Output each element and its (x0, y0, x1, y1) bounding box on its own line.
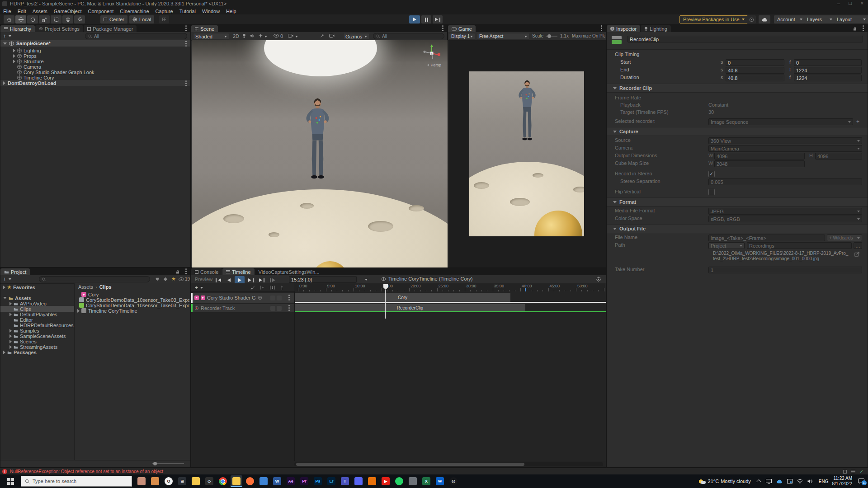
effects-dropdown-icon[interactable] (264, 36, 267, 38)
project-tree-packages[interactable]: Packages (0, 349, 74, 355)
maximize-on-play-toggle[interactable]: Maximize On Play (572, 33, 605, 38)
scene-search-input[interactable]: All (373, 33, 444, 39)
taskbar-app-unity-hub[interactable]: ◇ (203, 475, 215, 487)
capture-foldout[interactable]: Capture (607, 127, 868, 136)
tab-project[interactable]: Project (0, 268, 30, 275)
minimize-button[interactable]: – (837, 0, 840, 6)
scene-viewport[interactable]: Persp (192, 40, 448, 267)
taskbar-app-chrome[interactable] (217, 475, 229, 487)
path-field[interactable]: Recordings (747, 242, 852, 249)
expand-arrow-icon[interactable] (9, 329, 12, 333)
expand-arrow-icon[interactable] (77, 309, 80, 313)
add-recorder-button[interactable]: + (856, 118, 859, 125)
expand-arrow-icon[interactable] (13, 54, 15, 58)
orientation-gizmo[interactable] (421, 43, 442, 64)
play-button[interactable] (409, 15, 420, 23)
create-asset-button[interactable]: + (3, 276, 6, 282)
stereo-separation-field[interactable]: 0.065 (708, 178, 862, 185)
search-by-type-icon[interactable] (155, 277, 160, 282)
tools-icon[interactable] (320, 33, 325, 38)
breadcrumb-current[interactable]: Clips (99, 284, 112, 290)
lighting-toggle-icon[interactable] (242, 33, 246, 38)
move-tool-button[interactable] (15, 15, 26, 23)
layers-dropdown[interactable]: Layers (804, 15, 835, 23)
tab-lighting[interactable]: Lighting (641, 25, 671, 32)
project-tree-favorites[interactable]: ★Favorites (0, 284, 74, 290)
aspect-dropdown[interactable]: Free Aspect (477, 33, 529, 40)
taskbar-app-firefox[interactable] (244, 475, 256, 487)
record-toggle-icon[interactable] (258, 296, 262, 300)
panel-menu-icon[interactable] (601, 28, 602, 29)
open-path-icon[interactable] (854, 252, 859, 257)
expand-arrow-icon[interactable] (3, 351, 5, 354)
tab-game[interactable]: Game (448, 25, 476, 32)
expand-arrow-icon[interactable] (9, 345, 12, 349)
scrollbar-thumb[interactable] (296, 463, 524, 466)
menu-edit[interactable]: Edit (14, 9, 29, 14)
breadcrumb-root[interactable]: Assets (78, 284, 93, 290)
insert-clip-icon[interactable] (260, 286, 265, 290)
track-mute-icon[interactable] (270, 296, 275, 300)
persp-indicator[interactable]: Persp (427, 63, 441, 67)
account-dropdown[interactable]: Account (774, 15, 806, 23)
color-space-dropdown[interactable]: sRGB, sRGB (708, 216, 862, 222)
taskbar-app-folder-open[interactable] (231, 475, 242, 487)
taskbar-app-app-bear[interactable] (149, 475, 161, 487)
clock[interactable]: 11:22 AM 8/17/2022 (832, 476, 853, 487)
taskbar-app-app-orange[interactable] (366, 475, 378, 487)
add-track-dropdown-icon[interactable] (200, 287, 203, 289)
favorites-filter-icon[interactable]: ★ (171, 276, 176, 282)
toggle-2d-button[interactable]: 2D (233, 33, 239, 39)
timeline-clips-area[interactable] (294, 291, 606, 461)
scene-camera-icon[interactable] (329, 34, 335, 38)
cloud-button[interactable] (759, 15, 770, 23)
asset-timeline-corytimeline-3[interactable]: Timeline CoryTimeline (77, 308, 189, 314)
add-track-button[interactable]: + (195, 285, 198, 291)
hand-tool-button[interactable] (4, 15, 14, 23)
track-mute-icon[interactable] (270, 306, 275, 311)
rotate-tool-button[interactable] (27, 15, 38, 23)
duration-seconds-field[interactable]: 40.8 (726, 75, 784, 81)
hidden-objects-icon[interactable] (274, 34, 279, 38)
panel-menu-icon[interactable] (442, 28, 443, 29)
taskbar-app-excel[interactable]: X (420, 475, 432, 487)
taskbar-app-task-view[interactable]: ⊞ (176, 475, 188, 487)
tray-expand-icon[interactable] (758, 479, 761, 483)
taskbar-app-teams[interactable]: T (339, 475, 351, 487)
track-header-shader-graph[interactable]: Cory Studio Shader Graph (191, 293, 294, 303)
taskbar-app-obs[interactable]: ◎ (448, 475, 459, 487)
step-button[interactable] (433, 15, 443, 23)
panel-menu-icon[interactable] (863, 28, 864, 29)
expand-arrow-icon[interactable] (13, 60, 15, 63)
custom-tool-button[interactable] (74, 15, 85, 23)
pivot-toggle-button[interactable]: Center (100, 15, 127, 23)
timeline-settings-gear-icon[interactable] (596, 277, 601, 282)
clip-name-field[interactable]: RecorderClip (627, 36, 863, 42)
search-by-label-icon[interactable] (163, 277, 168, 282)
flip-vertical-checkbox[interactable] (708, 189, 715, 195)
space-toggle-button[interactable]: Local (129, 15, 154, 23)
icon-size-slider-handle[interactable] (153, 462, 157, 465)
transform-tool-button[interactable] (62, 15, 73, 23)
camera-dropdown-icon[interactable] (295, 36, 298, 38)
console-status-icon[interactable] (851, 470, 855, 473)
taskbar-app-app-gray[interactable] (407, 475, 419, 487)
shading-mode-dropdown[interactable]: Shaded (193, 33, 229, 40)
recorder-clip-foldout[interactable]: Recorder Clip (607, 84, 868, 93)
start-button[interactable] (0, 478, 21, 485)
start-frames-field[interactable]: 0 (794, 59, 862, 66)
expand-icon[interactable] (3, 81, 5, 85)
menu-component[interactable]: Component (85, 9, 117, 14)
expand-arrow-icon[interactable] (3, 297, 7, 299)
format-foldout[interactable]: Format (607, 197, 868, 206)
audio-toggle-icon[interactable] (250, 33, 255, 38)
display-tray-icon[interactable] (766, 479, 772, 484)
timecode-field[interactable]: 15:23 [.0] (289, 276, 357, 283)
lock-icon[interactable] (176, 270, 179, 274)
track-header-recorder[interactable]: Recorder Track (191, 304, 294, 312)
taskbar-app-file-explorer[interactable] (190, 475, 202, 487)
tab-scene[interactable]: Scene (191, 25, 218, 32)
tab-inspector[interactable]: iInspector (607, 25, 640, 32)
menu-cinemachine[interactable]: Cinemachine (117, 9, 152, 14)
clip-cory[interactable]: Cory (295, 293, 510, 302)
